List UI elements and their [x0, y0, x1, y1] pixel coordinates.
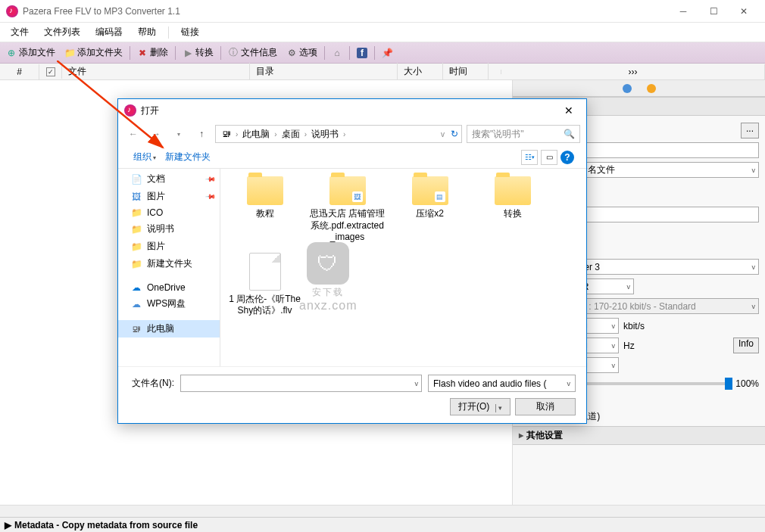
- breadcrumb-item[interactable]: 说明书: [308, 128, 342, 141]
- facebook-button[interactable]: f: [352, 45, 372, 61]
- breadcrumb-pc-icon[interactable]: 🖳: [219, 129, 234, 139]
- tree-item[interactable]: 📁说明书: [118, 220, 220, 238]
- nav-back-button[interactable]: ←: [124, 125, 142, 143]
- file-item[interactable]: 1 周杰伦-《听TheShy的话》.flv: [225, 250, 304, 320]
- new-folder-button[interactable]: 新建文件夹: [162, 149, 214, 165]
- browse-button[interactable]: ...: [741, 123, 759, 138]
- convert-button[interactable]: ▶转换: [178, 44, 218, 61]
- breadcrumb-item[interactable]: 此电脑: [239, 128, 273, 141]
- tree-item-label: WPS网盘: [147, 297, 186, 310]
- tree-item[interactable]: ☁WPS网盘: [118, 295, 220, 313]
- open-dropdown-icon[interactable]: [489, 402, 502, 412]
- filetype-select[interactable]: Flash video and audio files (: [428, 375, 576, 392]
- folder-icon: 📁: [130, 207, 142, 218]
- tree-item-label: ICO: [147, 207, 163, 218]
- tree-item[interactable]: 🖳此电脑: [118, 320, 220, 338]
- folder-item[interactable]: 🖼思迅天店 店铺管理系统.pdf.extracted_images: [308, 173, 387, 247]
- layer-select[interactable]: Layer 3: [566, 259, 759, 275]
- menu-help[interactable]: 帮助: [130, 23, 164, 42]
- add-file-button[interactable]: ⊕添加文件: [2, 44, 60, 61]
- folder-icon: [247, 176, 283, 205]
- tree-item[interactable]: 📁ICO: [118, 205, 220, 220]
- col-size[interactable]: 大小: [398, 63, 443, 80]
- pin-icon: 📌: [205, 173, 217, 185]
- organize-button[interactable]: 组织: [130, 149, 159, 165]
- pin-icon: 📌: [382, 48, 392, 58]
- facebook-icon: f: [357, 48, 367, 58]
- refresh-icon[interactable]: ↻: [451, 129, 458, 139]
- slider-thumb[interactable]: [725, 378, 732, 390]
- tree-item[interactable]: 📄文档📌: [118, 170, 220, 188]
- home-button[interactable]: ⌂: [327, 45, 347, 61]
- tree-item-label: 此电脑: [147, 322, 174, 335]
- col-time[interactable]: 时间: [443, 63, 489, 80]
- help-button[interactable]: ?: [560, 151, 574, 164]
- other-section-header[interactable]: 其他设置: [513, 426, 765, 445]
- preview-pane-button[interactable]: ▭: [541, 150, 557, 165]
- status-text: Metadata - Copy metadata from source fil…: [14, 520, 198, 530]
- convert-icon: ▶: [183, 48, 193, 58]
- expand-icon[interactable]: ▶: [5, 520, 11, 530]
- breadcrumb[interactable]: 🖳 › 此电脑 › 桌面 › 说明书 › v ↻: [215, 125, 462, 143]
- view-mode-button[interactable]: ☷ ▾: [521, 150, 538, 165]
- open-button[interactable]: 打开(O): [450, 398, 511, 415]
- file-info-button[interactable]: ⓘ文件信息: [223, 44, 282, 61]
- dialog-title: 打开: [141, 104, 557, 117]
- tree-item[interactable]: ☁OneDrive: [118, 280, 220, 295]
- folder-icon: 🖼: [329, 176, 366, 205]
- col-more[interactable]: ›››: [501, 64, 765, 79]
- home-icon: ⌂: [332, 48, 342, 58]
- filename-label: 文件名(N):: [129, 377, 174, 390]
- col-extra[interactable]: [489, 70, 501, 74]
- pin-icon: 📌: [205, 191, 217, 202]
- breadcrumb-item[interactable]: 桌面: [279, 128, 303, 141]
- horizontal-scrollbar[interactable]: [0, 505, 765, 517]
- add-folder-icon: 📁: [64, 48, 75, 58]
- exists-select[interactable]: 重命名文件: [566, 162, 759, 178]
- table-header: # ✓ 文件 目录 大小 时间 ›››: [0, 64, 765, 80]
- col-dir[interactable]: 目录: [250, 63, 398, 80]
- et-select[interactable]: -V 2 : 170-210 kbit/s - Standard: [566, 298, 759, 314]
- panel-tab[interactable]: [513, 82, 765, 95]
- tree-item[interactable]: 🖼图片📌: [118, 188, 220, 205]
- minimize-button[interactable]: ─: [668, 1, 698, 22]
- cancel-button[interactable]: 取消: [515, 398, 576, 415]
- col-file[interactable]: 文件: [62, 63, 250, 80]
- volume-slider[interactable]: [572, 382, 725, 385]
- col-num[interactable]: #: [0, 64, 39, 79]
- breadcrumb-dropdown[interactable]: v: [441, 130, 445, 138]
- menu-links[interactable]: 链接: [173, 23, 207, 42]
- info-button[interactable]: Info: [733, 338, 759, 353]
- folder-icon: 📁: [130, 224, 142, 235]
- options-button[interactable]: ⚙选项: [282, 44, 322, 61]
- add-folder-button[interactable]: 📁添加文件夹: [60, 44, 127, 61]
- folder-item[interactable]: ▤压缩x2: [390, 173, 470, 247]
- toolbar: ⊕添加文件 📁添加文件夹 ✖删除 ▶转换 ⓘ文件信息 ⚙选项 ⌂ f 📌: [0, 42, 765, 64]
- nav-recent-button[interactable]: ▾: [170, 125, 188, 143]
- delete-button[interactable]: ✖删除: [133, 44, 173, 61]
- dialog-close-button[interactable]: ✕: [557, 104, 580, 117]
- filename-input[interactable]: [180, 375, 422, 392]
- nav-forward-button[interactable]: →: [147, 125, 165, 143]
- tree-item[interactable]: 📁新建文件夹: [118, 255, 220, 272]
- pin-button[interactable]: 📌: [377, 45, 397, 61]
- col-check[interactable]: ✓: [39, 65, 62, 79]
- folder-item[interactable]: 教程: [225, 173, 304, 247]
- tree-item[interactable]: 📁图片: [118, 238, 220, 255]
- menubar: 文件 文件列表 编码器 帮助 链接: [0, 23, 765, 42]
- maximize-button[interactable]: ☐: [698, 1, 729, 22]
- pc-icon: 🖳: [130, 324, 142, 334]
- checkbox-icon: ✓: [46, 67, 55, 76]
- menu-file[interactable]: 文件: [3, 23, 36, 42]
- onedrive-icon: ☁: [130, 282, 142, 293]
- close-button[interactable]: ✕: [729, 1, 759, 22]
- search-input[interactable]: 搜索"说明书" 🔍: [467, 125, 580, 143]
- file-name: 思迅天店 店铺管理系统.pdf.extracted_images: [309, 208, 386, 244]
- gear-icon: ⚙: [286, 48, 297, 58]
- file-view: 教程🖼思迅天店 店铺管理系统.pdf.extracted_images▤压缩x2…: [220, 169, 586, 366]
- menu-filelist[interactable]: 文件列表: [36, 23, 88, 42]
- menu-encoder[interactable]: 编码器: [88, 23, 130, 42]
- app-icon: [6, 5, 18, 17]
- nav-up-button[interactable]: ↑: [192, 125, 211, 143]
- folder-item[interactable]: 转换: [473, 173, 552, 247]
